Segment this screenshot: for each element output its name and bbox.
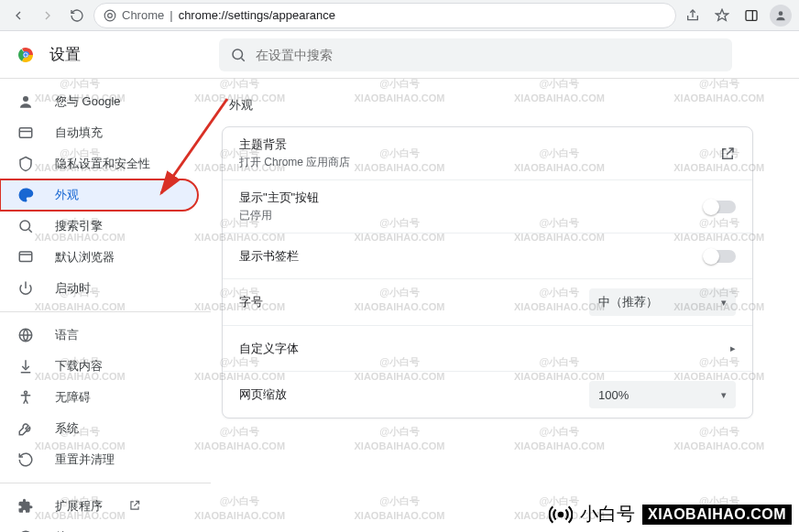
sidebar-item-reset[interactable]: 重置并清理: [0, 444, 198, 475]
svg-rect-16: [19, 252, 32, 262]
sidebar-item-label: 默认浏览器: [55, 249, 115, 266]
row-primary: 字号: [239, 294, 589, 310]
annotation-arrow: [108, 94, 236, 223]
svg-point-1: [108, 13, 113, 17]
person-icon: [16, 93, 35, 110]
palette-icon: [16, 187, 35, 203]
watermark-footer: 小白号 XIAOBAIHAO.COM: [549, 502, 792, 527]
sidebar-item-default-browser[interactable]: 默认浏览器: [0, 242, 198, 273]
sidebar-separator: [0, 311, 211, 312]
toggle-home-button[interactable]: [705, 201, 736, 213]
sidebar-item-accessibility[interactable]: 无障碍: [0, 382, 198, 413]
svg-point-14: [20, 221, 30, 231]
sidebar-item-downloads[interactable]: 下载内容: [0, 351, 198, 382]
avatar-icon: [770, 5, 792, 27]
row-font-size: 字号 中（推荐） ▾: [223, 278, 752, 325]
sidebar-item-label: 启动时: [55, 280, 91, 297]
svg-point-11: [23, 96, 28, 102]
url-divider: |: [170, 8, 172, 22]
settings-search-input[interactable]: [256, 48, 721, 62]
sidebar-item-label: 系统: [55, 420, 79, 437]
settings-search[interactable]: [219, 38, 732, 71]
sidebar-item-label: 无障碍: [55, 389, 91, 406]
share-button[interactable]: [680, 3, 706, 28]
watermark-footer-cn: 小白号: [580, 502, 635, 527]
url-scheme: Chrome: [122, 8, 164, 22]
arrow-right-icon: [40, 8, 55, 23]
omnibox[interactable]: Chrome | chrome://settings/appearance: [93, 3, 676, 28]
page-zoom-select[interactable]: 100% ▾: [589, 381, 736, 408]
sidebar-item-label: 搜索引擎: [55, 218, 103, 234]
sidebar-item-on-startup[interactable]: 启动时: [0, 273, 198, 304]
row-theme[interactable]: 主题背景 打开 Chrome 应用商店: [223, 127, 752, 179]
arrow-left-icon: [11, 8, 26, 23]
chrome-icon: [104, 9, 116, 22]
page-title: 设置: [49, 44, 219, 65]
row-page-zoom: 网页缩放 100% ▾: [223, 371, 752, 418]
extension-icon: [16, 498, 35, 515]
bookmark-button[interactable]: [709, 3, 735, 28]
sidebar-separator: [0, 483, 211, 483]
chrome-logo-icon: [15, 44, 37, 66]
svg-rect-12: [19, 128, 32, 138]
url-path: chrome://settings/appearance: [179, 8, 335, 22]
sidebar-item-about-chrome[interactable]: 关于 Chrome: [0, 522, 198, 532]
sidebar-item-extensions[interactable]: 扩展程序: [0, 491, 198, 522]
reset-icon: [16, 451, 35, 468]
profile-button[interactable]: [768, 3, 794, 28]
wrench-icon: [16, 420, 35, 437]
row-primary: 显示书签栏: [239, 248, 705, 265]
share-icon: [685, 8, 700, 23]
open-external-icon[interactable]: [719, 146, 736, 162]
row-primary: 网页缩放: [239, 386, 589, 403]
svg-point-4: [779, 11, 783, 16]
row-secondary: 已停用: [239, 208, 705, 223]
svg-line-23: [161, 99, 227, 193]
accessibility-icon: [16, 389, 35, 406]
sidebar-item-label: 自动填充: [55, 125, 103, 141]
watermark-footer-en: XIAOBAIHAO.COM: [648, 506, 786, 522]
svg-point-19: [25, 391, 27, 394]
select-value: 100%: [598, 388, 629, 402]
power-icon: [16, 280, 35, 297]
sidebar-item-system[interactable]: 系统: [0, 413, 198, 444]
back-button[interactable]: [5, 3, 31, 28]
search-icon: [230, 47, 246, 63]
chevron-right-icon: ▸: [730, 342, 736, 354]
svg-rect-2: [746, 10, 757, 20]
sidepanel-button[interactable]: [739, 3, 764, 28]
sidebar-item-languages[interactable]: 语言: [0, 320, 198, 351]
font-size-select[interactable]: 中（推荐） ▾: [589, 288, 736, 316]
chevron-down-icon: ▾: [721, 297, 727, 309]
row-show-home-button: 显示"主页"按钮 已停用: [223, 179, 752, 233]
select-value: 中（推荐）: [598, 294, 658, 310]
broadcast-icon: [549, 503, 573, 527]
row-primary: 主题背景: [239, 136, 719, 153]
row-show-bookmarks-bar: 显示书签栏: [223, 233, 752, 278]
svg-line-15: [28, 229, 31, 232]
search-icon: [16, 218, 35, 234]
appearance-card: 主题背景 打开 Chrome 应用商店 显示"主页"按钮 已停用 显示书签栏: [222, 126, 753, 418]
forward-button[interactable]: [35, 3, 60, 28]
browser-icon: [16, 249, 35, 266]
panel-icon: [744, 8, 759, 23]
svg-line-10: [241, 58, 244, 60]
section-title: 外观: [229, 97, 773, 114]
svg-point-9: [233, 49, 243, 60]
svg-point-8: [24, 53, 27, 57]
autofill-icon: [16, 125, 35, 141]
sidebar-item-label: 扩展程序: [55, 498, 103, 515]
svg-point-0: [104, 10, 115, 21]
reload-button[interactable]: [64, 3, 90, 28]
row-customize-fonts[interactable]: 自定义字体 ▸: [223, 325, 752, 371]
star-icon: [715, 8, 729, 23]
toggle-bookmarks-bar[interactable]: [705, 250, 736, 263]
reload-icon: [70, 8, 84, 23]
row-primary: 自定义字体: [239, 341, 730, 357]
download-icon: [16, 358, 35, 375]
sidebar-item-label: 下载内容: [55, 358, 103, 375]
row-secondary: 打开 Chrome 应用商店: [239, 155, 719, 170]
sidebar-item-label: 重置并清理: [55, 451, 115, 468]
globe-icon: [16, 327, 35, 343]
chevron-down-icon: ▾: [721, 389, 727, 401]
